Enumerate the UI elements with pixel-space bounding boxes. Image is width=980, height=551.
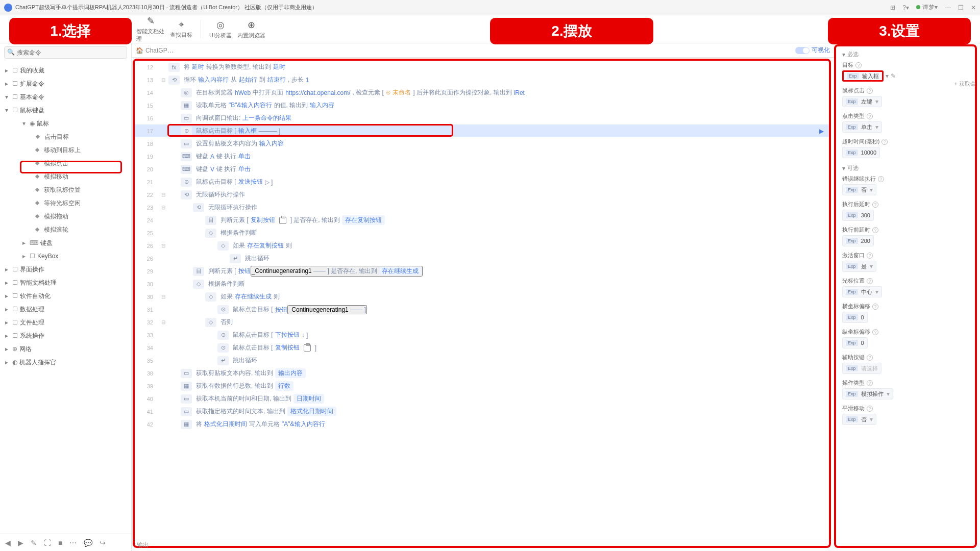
tree-item-5[interactable]: 点击目标	[0, 130, 131, 143]
toolbar-智能文档处理[interactable]: ✎智能文档处理	[136, 17, 165, 41]
tree-item-0[interactable]: ▸☐ 我的收藏	[0, 64, 131, 77]
more-icon[interactable]: ⋯	[69, 539, 77, 547]
tree-item-12[interactable]: 模拟滚轮	[0, 223, 131, 236]
prop-input[interactable]: Exp200	[842, 235, 874, 246]
code-line-30[interactable]: 30⊟◇如果 存在继续生成 则	[135, 290, 829, 303]
code-line-42[interactable]: 42▦将 格式化日期时间 写入单元格 "A"&输入内容行	[135, 418, 829, 431]
code-line-26[interactable]: 26↵跳出循环	[135, 252, 829, 265]
help-icon[interactable]: ?	[855, 62, 862, 68]
record-icon[interactable]: ■	[58, 539, 62, 547]
code-line-17[interactable]: 17⊙鼠标点击目标 [ 输入框 ——— ]▶	[135, 124, 829, 137]
tree-item-20[interactable]: ▸☐ 系统操作	[0, 329, 131, 342]
dropdown-icon[interactable]: ▾	[886, 72, 889, 80]
tree-item-19[interactable]: ▸☐ 文件处理	[0, 316, 131, 329]
code-line-14[interactable]: 14◎在目标浏览器 hWeb 中打开页面 https://chat.openai…	[135, 86, 829, 99]
toolbar-查找目标[interactable]: ⌖查找目标	[167, 17, 195, 41]
user-menu[interactable]: 谭梦▾	[916, 3, 938, 12]
help-icon[interactable]: ?	[881, 139, 888, 145]
code-line-19[interactable]: 19⌨键盘 A 键 执行 单击	[135, 150, 829, 163]
minimize-icon[interactable]: —	[945, 4, 951, 11]
help-icon[interactable]: ?▾	[902, 4, 909, 11]
chat-icon[interactable]: 💬	[84, 539, 92, 547]
prop-input[interactable]: Exp否▾	[842, 184, 876, 195]
tree-item-15[interactable]: ▸☐ 界面操作	[0, 263, 131, 276]
help-icon[interactable]: ?	[867, 253, 873, 259]
code-line-26[interactable]: 26⊟◇如果 存在复制按钮 则	[135, 239, 829, 252]
code-line-39[interactable]: 39▦获取有数据的行总数, 输出到 行数	[135, 380, 829, 392]
tree-item-3[interactable]: ▾☐ 鼠标键盘	[0, 104, 131, 117]
play-line-icon[interactable]: ▶	[819, 128, 824, 135]
help-icon[interactable]: ?	[872, 227, 878, 233]
prop-input[interactable]: Exp是▾	[842, 261, 876, 272]
tree-item-10[interactable]: 等待光标空闲	[0, 196, 131, 210]
tree-item-16[interactable]: ▸☐ 智能文档处理	[0, 276, 131, 289]
code-line-15[interactable]: 15▦读取单元格 "B"&输入内容行 的值, 输出到 输入内容	[135, 99, 829, 112]
help-icon[interactable]: ?	[872, 304, 878, 310]
toolbar-内置浏览器[interactable]: ⊕内置浏览器	[237, 17, 265, 41]
maximize-icon[interactable]: ❐	[958, 4, 964, 11]
expand-icon[interactable]: ⛶	[44, 539, 51, 547]
help-icon[interactable]: ?	[867, 380, 873, 386]
code-line-41[interactable]: 41▭获取指定格式的时间文本, 输出到 格式化日期时间	[135, 405, 829, 418]
visual-toggle[interactable]: 可视化	[795, 46, 830, 55]
code-line-29[interactable]: 29目判断元素 [ 按钮_Continuegenerating1 —— ] 是否…	[135, 265, 829, 278]
grid-icon[interactable]: ⊞	[890, 4, 895, 11]
code-line-32[interactable]: 32⊟◇否则	[135, 316, 829, 329]
code-line-33[interactable]: 33⊙鼠标点击目标 [ 下拉按钮 ↓ ]	[135, 329, 829, 341]
prop-input[interactable]: Exp0	[842, 337, 868, 348]
close-icon[interactable]: ✕	[971, 4, 976, 11]
help-icon[interactable]: ?	[867, 278, 873, 284]
tree-item-7[interactable]: 模拟点击	[0, 157, 131, 170]
code-line-21[interactable]: 21⊙鼠标点击目标 [ 发送按钮 ▷ ]	[135, 176, 829, 188]
toolbar-UI分析器[interactable]: ◎UI分析器	[206, 17, 235, 41]
tree-item-1[interactable]: ▸☐ 扩展命令+ 获取命	[0, 77, 131, 90]
code-line-40[interactable]: 40▭获取本机当前的时间和日期, 输出到 日期时间	[135, 392, 829, 405]
code-line-31[interactable]: 31⊙鼠标点击目标 [ 按钮_Continuegenerating1 —— ]	[135, 303, 829, 316]
code-line-24[interactable]: 24目判断元素 [ 复制按钮 ] 是否存在, 输出到 存在复制按钮	[135, 214, 829, 227]
prop-input[interactable]: Exp单击▾	[842, 121, 882, 133]
prop-input[interactable]: Exp否▾	[842, 414, 876, 425]
tree-item-8[interactable]: 模拟移动	[0, 170, 131, 183]
tree-item-9[interactable]: 获取鼠标位置	[0, 183, 131, 196]
prop-input[interactable]: Exp模拟操作▾	[842, 388, 893, 399]
edit-prop-icon[interactable]: ✎	[891, 72, 896, 80]
code-line-38[interactable]: 38▭获取剪贴板文本内容, 输出到 输出内容	[135, 367, 829, 380]
help-icon[interactable]: ?	[872, 329, 878, 335]
edit-icon[interactable]: ✎	[31, 539, 37, 547]
code-line-20[interactable]: 20⌨键盘 V 键 执行 单击	[135, 163, 829, 176]
tree-item-2[interactable]: ▾☐ 基本命令	[0, 90, 131, 104]
share-icon[interactable]: ↪	[100, 539, 106, 547]
tree-item-11[interactable]: 模拟拖动	[0, 210, 131, 223]
play-icon[interactable]: ▶	[18, 539, 23, 547]
search-input[interactable]	[4, 46, 127, 59]
help-icon[interactable]: ?	[867, 113, 873, 119]
code-line-25[interactable]: 25◇根据条件判断	[135, 227, 829, 239]
prop-input[interactable]: Exp左键▾	[842, 96, 882, 107]
help-icon[interactable]: ?	[867, 88, 873, 94]
code-line-35[interactable]: 35↵跳出循环	[135, 354, 829, 367]
tab-file[interactable]: 🏠 ChatGP…	[136, 47, 174, 54]
help-icon[interactable]: ?	[872, 202, 878, 208]
tree-item-13[interactable]: ▸⌨ 键盘	[0, 236, 131, 249]
tree-item-18[interactable]: ▸☐ 数据处理	[0, 303, 131, 316]
code-line-12[interactable]: 12fx将 延时 转换为整数类型, 输出到 延时	[135, 61, 829, 73]
status-output[interactable]: 输出	[137, 541, 149, 549]
code-line-22[interactable]: 22⊟⟲无限循环执行操作	[135, 188, 829, 201]
tree-item-22[interactable]: ▸◐ 机器人指挥官	[0, 356, 131, 369]
tree-item-6[interactable]: 移动到目标上	[0, 143, 131, 157]
prop-input[interactable]: Exp请选择	[842, 363, 881, 374]
help-icon[interactable]: ?	[878, 176, 884, 182]
prop-input[interactable]: Exp300	[842, 210, 874, 221]
help-icon[interactable]: ?	[867, 406, 873, 412]
prop-input[interactable]: Exp输入框	[842, 70, 884, 82]
code-line-16[interactable]: 16▭向调试窗口输出: 上一条命令的结果	[135, 112, 829, 124]
code-line-30[interactable]: 30◇根据条件判断	[135, 278, 829, 290]
code-line-13[interactable]: 13⊟⟲循环 输入内容行 从 起始行 到 结束行 , 步长 1	[135, 73, 829, 86]
tree-item-14[interactable]: ▸☐ KeyBox	[0, 249, 131, 263]
tree-item-21[interactable]: ▸⊕ 网络	[0, 342, 131, 356]
prop-input[interactable]: Exp10000	[842, 147, 880, 158]
tree-item-4[interactable]: ▾◉ 鼠标	[0, 117, 131, 130]
tree-item-17[interactable]: ▸☐ 软件自动化	[0, 289, 131, 303]
prop-input[interactable]: Exp0	[842, 312, 868, 323]
code-line-34[interactable]: 34⊙鼠标点击目标 [ 复制按钮 ]	[135, 341, 829, 354]
